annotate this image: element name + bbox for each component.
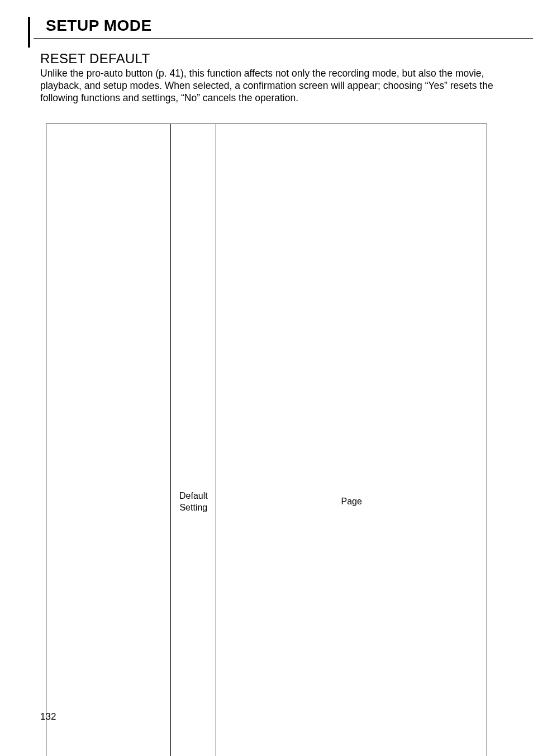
header-blank (46, 124, 171, 756)
title-underline (34, 38, 533, 39)
table-header-row: Default Setting Page (46, 124, 487, 756)
page-number: 132 (40, 711, 56, 722)
default-settings-table: Default Setting Page Exposure modeProgra… (46, 124, 487, 756)
side-rule (28, 17, 30, 48)
header-default: Default Setting (171, 124, 216, 756)
intro-paragraph: Unlike the pro-auto button (p. 41), this… (40, 68, 494, 105)
header-page: Page (216, 124, 487, 756)
sub-title: RESET DEFAULT (40, 51, 499, 67)
section-title: SETUP MODE (46, 17, 499, 35)
